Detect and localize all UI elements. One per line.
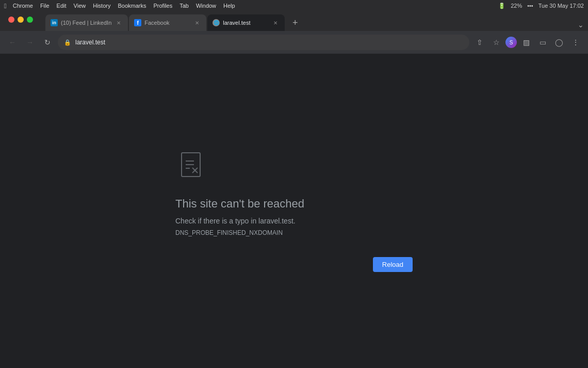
facebook-favicon: f xyxy=(134,19,141,26)
reload-page-button[interactable]: Reload xyxy=(373,257,413,272)
titlebar-left:  Chrome File Edit View History Bookmark… xyxy=(4,2,235,10)
wifi-icon: ••• xyxy=(527,3,533,9)
error-icon xyxy=(175,150,208,185)
error-actions: Reload xyxy=(175,257,413,272)
menu-tab[interactable]: Tab xyxy=(179,3,189,9)
tab-linkedin-label: (10) Feed | LinkedIn xyxy=(61,20,111,26)
page-content: This site can't be reached Check if ther… xyxy=(0,54,588,368)
profile-avatar[interactable]: S xyxy=(505,37,517,48)
error-title: This site can't be reached xyxy=(175,197,304,211)
menu-file[interactable]: File xyxy=(40,3,50,9)
titlebar-menu: Chrome File Edit View History Bookmarks … xyxy=(13,3,235,9)
address-text[interactable]: laravel.test xyxy=(75,39,463,46)
extensions-button[interactable]: ▨ xyxy=(519,35,533,50)
titlebar:  Chrome File Edit View History Bookmark… xyxy=(0,0,588,11)
tab-row: in (10) Feed | LinkedIn ✕ f Facebook ✕ 🌐… xyxy=(0,11,588,31)
error-code: DNS_PROBE_FINISHED_NXDOMAIN xyxy=(175,229,283,236)
datetime: Tue 30 May 17:02 xyxy=(538,3,584,9)
fullscreen-window-button[interactable] xyxy=(27,17,33,23)
lock-icon: 🔒 xyxy=(64,39,71,46)
address-bar[interactable]: 🔒 laravel.test xyxy=(58,35,469,50)
tab-linkedin-close[interactable]: ✕ xyxy=(115,19,123,27)
tab-laravel-label: laravel.test xyxy=(223,20,268,26)
error-subtitle: Check if there is a typo in laravel.test… xyxy=(175,217,296,225)
close-window-button[interactable] xyxy=(8,17,14,23)
titlebar-right: 🔋 22% ••• Tue 30 May 17:02 xyxy=(498,3,584,9)
menu-profiles[interactable]: Profiles xyxy=(154,3,173,9)
traffic-lights xyxy=(4,13,37,26)
menu-window[interactable]: Window xyxy=(196,3,216,9)
linkedin-favicon: in xyxy=(51,19,58,26)
apple-icon:  xyxy=(4,2,7,10)
menu-chrome[interactable]: Chrome xyxy=(13,3,33,9)
menu-bookmarks[interactable]: Bookmarks xyxy=(118,3,146,9)
menu-history[interactable]: History xyxy=(93,3,110,9)
chrome-window: in (10) Feed | LinkedIn ✕ f Facebook ✕ 🌐… xyxy=(0,11,588,368)
tab-strip-expand[interactable]: ⌄ xyxy=(578,21,584,29)
error-container: This site can't be reached Check if ther… xyxy=(165,139,423,282)
tab-laravel-close[interactable]: ✕ xyxy=(271,19,280,27)
menu-help[interactable]: Help xyxy=(223,3,235,9)
laravel-favicon-icon: 🌐 xyxy=(214,20,219,25)
menu-edit[interactable]: Edit xyxy=(57,3,67,9)
tab-facebook-close[interactable]: ✕ xyxy=(193,19,201,27)
back-button[interactable]: ← xyxy=(5,35,20,50)
battery-icon: 🔋 xyxy=(498,3,505,9)
share-button[interactable]: ⇧ xyxy=(472,35,487,50)
minimize-window-button[interactable] xyxy=(18,17,24,23)
profile-avatar-initial: S xyxy=(510,40,513,45)
linkedin-favicon-letter: in xyxy=(52,20,56,25)
nav-bar: ← → ↻ 🔒 laravel.test ⇧ ☆ S ▨ ▭ ◯ ⋮ xyxy=(0,31,588,54)
tab-facebook-label: Facebook xyxy=(144,20,190,26)
bookmark-button[interactable]: ☆ xyxy=(489,35,503,50)
facebook-favicon-letter: f xyxy=(137,20,139,26)
account-circle[interactable]: ◯ xyxy=(552,35,566,50)
battery-level: 22% xyxy=(511,3,522,9)
menu-view[interactable]: View xyxy=(74,3,86,9)
laravel-favicon: 🌐 xyxy=(213,19,220,26)
more-options-button[interactable]: ⋮ xyxy=(568,35,583,50)
tab-laravel[interactable]: 🌐 laravel.test ✕ xyxy=(207,14,285,31)
tab-linkedin[interactable]: in (10) Feed | LinkedIn ✕ xyxy=(45,14,128,31)
tabs-container: in (10) Feed | LinkedIn ✕ f Facebook ✕ 🌐… xyxy=(4,11,588,31)
sidebar-button[interactable]: ▭ xyxy=(535,35,550,50)
new-tab-button[interactable]: + xyxy=(288,15,302,30)
tab-facebook[interactable]: f Facebook ✕ xyxy=(129,14,206,31)
reload-button[interactable]: ↻ xyxy=(40,35,55,50)
nav-right: ⇧ ☆ S ▨ ▭ ◯ ⋮ xyxy=(472,35,583,50)
forward-button[interactable]: → xyxy=(23,35,37,50)
